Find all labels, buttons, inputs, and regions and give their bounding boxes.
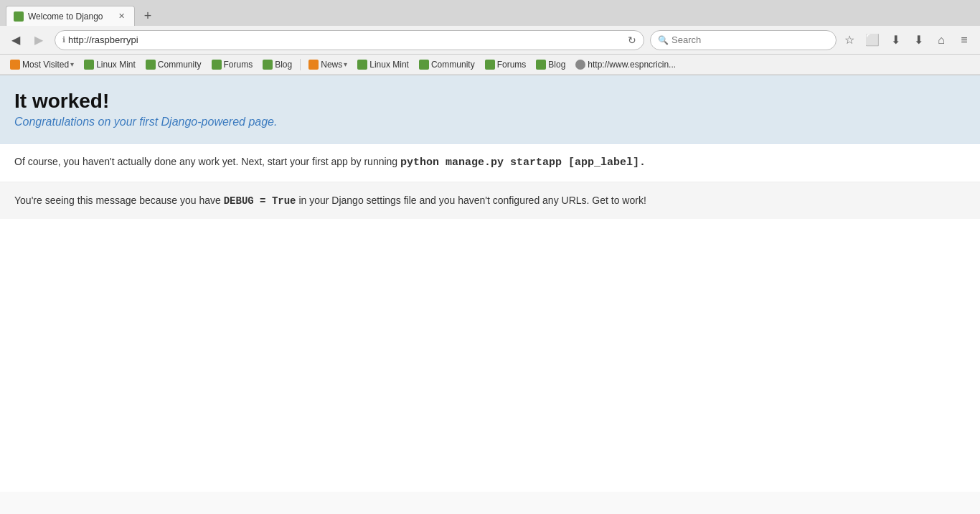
search-input[interactable] bbox=[672, 34, 829, 45]
new-tab-button[interactable]: + bbox=[138, 6, 158, 26]
page-content: It worked! Congratulations on your first… bbox=[0, 75, 980, 492]
news-favicon bbox=[308, 60, 319, 70]
bookmark-label: Community bbox=[431, 60, 475, 70]
bookmark-label: News bbox=[321, 60, 342, 70]
download-button[interactable]: ⬇ bbox=[908, 30, 928, 50]
tab-title: Welcome to Django bbox=[28, 11, 113, 22]
most-visited-favicon bbox=[10, 60, 20, 70]
espncricin-favicon bbox=[575, 60, 585, 70]
bookmark-linux-mint-2[interactable]: Linux Mint bbox=[353, 58, 413, 71]
tab-favicon bbox=[14, 11, 24, 22]
search-icon: 🔍 bbox=[658, 35, 669, 45]
community-2-favicon bbox=[419, 60, 429, 70]
tab-close-button[interactable]: ✕ bbox=[116, 11, 127, 22]
bookmark-blog-1[interactable]: Blog bbox=[258, 58, 296, 71]
bookmark-linux-mint-1[interactable]: Linux Mint bbox=[80, 58, 140, 71]
bookmark-label: Linux Mint bbox=[96, 60, 136, 70]
bookmark-star-button[interactable]: ☆ bbox=[839, 30, 859, 50]
bookmark-label: Forums bbox=[224, 60, 253, 70]
page-header: It worked! Congratulations on your first… bbox=[0, 75, 980, 144]
blog-1-favicon bbox=[263, 60, 273, 70]
bookmark-espncricin[interactable]: http://www.espncricin... bbox=[571, 58, 680, 71]
bookmark-blog-2[interactable]: Blog bbox=[532, 58, 570, 71]
bookmark-community-1[interactable]: Community bbox=[141, 58, 206, 71]
back-button[interactable]: ◀ bbox=[6, 30, 26, 50]
menu-button[interactable]: ≡ bbox=[954, 30, 974, 50]
bookmark-separator bbox=[300, 59, 301, 70]
bookmark-label: Linux Mint bbox=[369, 60, 409, 70]
section1-code: python manage.py startapp [app_label]. bbox=[400, 156, 646, 169]
bookmark-community-2[interactable]: Community bbox=[415, 58, 479, 71]
bookmark-label: Most Visited bbox=[22, 60, 69, 70]
forums-1-favicon bbox=[212, 60, 222, 70]
url-input[interactable] bbox=[68, 34, 625, 45]
bookmark-forums-1[interactable]: Forums bbox=[207, 58, 258, 71]
bookmark-label: Forums bbox=[497, 60, 527, 70]
community-1-favicon bbox=[146, 60, 156, 70]
dropdown-arrow-icon: ▾ bbox=[70, 60, 74, 68]
page-body: Of course, you haven't actually done any… bbox=[0, 144, 980, 219]
screenshot-button[interactable]: ⬜ bbox=[862, 30, 882, 50]
page-subtitle: Congratulations on your first Django-pow… bbox=[14, 116, 966, 128]
pocket-button[interactable]: ⬇ bbox=[885, 30, 905, 50]
forward-button[interactable]: ▶ bbox=[29, 30, 49, 50]
page-title: It worked! bbox=[14, 90, 966, 113]
news-dropdown-arrow-icon: ▾ bbox=[344, 60, 347, 68]
bookmarks-bar: Most Visited ▾ Linux Mint Community Foru… bbox=[0, 55, 980, 75]
bookmark-news[interactable]: News ▾ bbox=[304, 58, 352, 71]
section1-text-before: Of course, you haven't actually done any… bbox=[14, 156, 400, 167]
page-section-1: Of course, you haven't actually done any… bbox=[0, 144, 980, 182]
bookmark-label: Community bbox=[158, 60, 202, 70]
active-tab[interactable]: Welcome to Django ✕ bbox=[6, 6, 135, 26]
linux-mint-1-favicon bbox=[84, 60, 94, 70]
bookmark-most-visited[interactable]: Most Visited ▾ bbox=[6, 58, 78, 71]
url-bar[interactable]: ℹ ↻ bbox=[55, 30, 644, 50]
section2-text-before: You're seeing this message because you h… bbox=[14, 195, 224, 206]
blog-2-favicon bbox=[536, 60, 546, 70]
refresh-icon[interactable]: ↻ bbox=[628, 34, 636, 46]
section2-code: DEBUG = True bbox=[224, 195, 296, 207]
lock-icon: ℹ bbox=[62, 35, 65, 45]
linux-mint-2-favicon bbox=[357, 60, 367, 70]
page-section-2: You're seeing this message because you h… bbox=[0, 182, 980, 219]
nav-bar: ◀ ▶ ℹ ↻ 🔍 ☆ ⬜ ⬇ ⬇ ⌂ ≡ bbox=[0, 26, 980, 55]
section2-text-after: in your Django settings file and you hav… bbox=[296, 195, 646, 206]
bookmark-label: Blog bbox=[548, 60, 565, 70]
tab-bar: Welcome to Django ✕ + bbox=[0, 0, 980, 26]
bookmark-forums-2[interactable]: Forums bbox=[481, 58, 531, 71]
search-bar[interactable]: 🔍 bbox=[650, 30, 837, 50]
home-button[interactable]: ⌂ bbox=[931, 30, 951, 50]
bookmark-label: http://www.espncricin... bbox=[588, 60, 676, 70]
bookmark-label: Blog bbox=[275, 60, 292, 70]
browser-chrome: Welcome to Django ✕ + ◀ ▶ ℹ ↻ 🔍 ☆ ⬜ ⬇ ⬇ … bbox=[0, 0, 980, 75]
forums-2-favicon bbox=[485, 60, 495, 70]
